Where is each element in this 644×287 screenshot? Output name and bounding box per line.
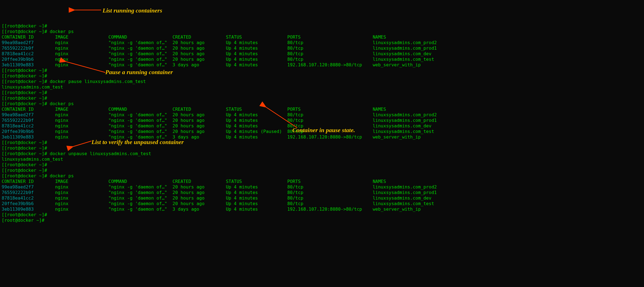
arrow-icon	[73, 7, 104, 13]
caption-pause: Pause a running container	[105, 68, 173, 76]
table-row: 99ea98aed2f7 nginx "nginx -g 'daemon of……	[2, 184, 642, 190]
prompt-line[interactable]: [[root@docker ~]#	[2, 168, 642, 173]
table-row: 765592222b9f nginx "nginx -g 'daemon of……	[2, 190, 642, 195]
prompt-line[interactable]: [[root@docker ~]# docker ps	[2, 101, 642, 107]
prompt-line[interactable]: [[root@docker ~]#	[2, 95, 642, 101]
caption-pause-state: Container in pause state.	[292, 126, 355, 134]
prompt-line[interactable]: [[root@docker ~]#	[2, 212, 642, 218]
table-row: 87818ea41cc2 nginx "nginx -g 'daemon of……	[2, 195, 642, 201]
output-line: linuxsysadmins.com_test	[2, 84, 642, 90]
table-header: CONTAINER ID IMAGE COMMAND CREATED STATU…	[2, 107, 642, 112]
table-row: 20ffee39b9b6 nginx "nginx -g 'daemon of……	[2, 201, 642, 207]
prompt-line[interactable]: [[root@docker ~]#	[2, 90, 642, 95]
prompt-line[interactable]: [[root@docker ~]#	[2, 145, 642, 151]
prompt-line[interactable]: [root@docker ~]#	[2, 218, 642, 223]
prompt-line[interactable]: [[root@docker ~]#	[2, 68, 642, 73]
output-line: linuxsysadmins.com_test	[2, 157, 642, 162]
table-row: 87818ea41cc2 nginx "nginx -g 'daemon of……	[2, 51, 642, 57]
prompt-line[interactable]: [[root@docker ~]# docker unpause linuxsy…	[2, 151, 642, 157]
table-row: 99ea98aed2f7 nginx "nginx -g 'daemon of……	[2, 112, 642, 118]
caption-list-verify: List to verify the unpaused container	[91, 138, 184, 146]
prompt-line[interactable]: [[root@docker ~]#	[2, 73, 642, 79]
prompt-line[interactable]: [[root@docker ~]# docker ps	[2, 29, 642, 34]
table-row: 20ffee39b9b6 nginx "nginx -g 'daemon of……	[2, 57, 642, 62]
prompt-line[interactable]: [[root@docker ~]# docker pause linuxsysa…	[2, 79, 642, 84]
caption-list-running: List running containers	[103, 7, 162, 14]
prompt-line[interactable]: [[root@docker ~]#	[2, 23, 642, 29]
table-row: 99ea98aed2f7 nginx "nginx -g 'daemon of……	[2, 40, 642, 46]
table-row: 765592222b9f nginx "nginx -g 'daemon of……	[2, 46, 642, 51]
prompt-line[interactable]: [[root@docker ~]# docker ps	[2, 173, 642, 179]
table-header: CONTAINER ID IMAGE COMMAND CREATED STATU…	[2, 34, 642, 40]
prompt-line[interactable]: [[root@docker ~]#	[2, 162, 642, 168]
terminal-output: [[root@docker ~]# [[root@docker ~]# dock…	[2, 23, 642, 223]
table-row: 765592222b9f nginx "nginx -g 'daemon of……	[2, 118, 642, 123]
table-row: 3eb11309e883 nginx "nginx -g 'daemon of……	[2, 207, 642, 212]
table-header: CONTAINER ID IMAGE COMMAND CREATED STATU…	[2, 179, 642, 184]
table-row: 3eb11309e883 nginx "nginx -g 'daemon of……	[2, 62, 642, 68]
